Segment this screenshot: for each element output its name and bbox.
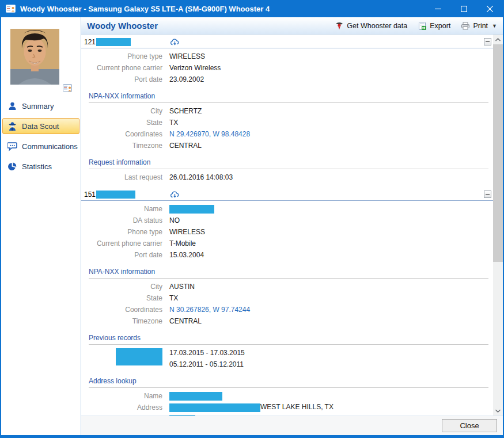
field-label: Current phone carrier — [81, 64, 162, 72]
field-row: Coordinates N 29.426970, W 98.48428 — [81, 128, 493, 140]
close-window-button[interactable] — [477, 0, 503, 17]
field-row: Port date 15.03.2004 — [81, 249, 493, 261]
close-button[interactable]: Close — [442, 419, 497, 432]
collapse-record-button[interactable] — [484, 191, 491, 198]
field-value-redacted: WEST LAKE HILLS, TX — [169, 403, 334, 412]
redaction-box — [169, 403, 260, 412]
redaction-box — [96, 38, 131, 46]
field-value-redacted — [169, 391, 222, 400]
toolbar: Get Whooster data Export — [335, 21, 497, 31]
field-value: 15.03.2004 — [169, 251, 204, 259]
panel-header: Woody Whooster Get Whooster data — [81, 17, 503, 35]
field-row: Coordinates N 30.267826, W 97.74244 — [81, 304, 493, 315]
app-window: Woody Whooster - Samsung Galaxy S5 LTE-A… — [0, 0, 504, 438]
field-row: Timezone CENTRAL — [81, 315, 493, 327]
field-label: Phone type — [81, 52, 162, 60]
export-button[interactable]: Export — [418, 21, 450, 31]
redaction-box — [169, 392, 222, 401]
coordinates-link[interactable]: N 29.426970, W 98.48428 — [169, 130, 250, 138]
section-header-npa-nxx: NPA-NXX information — [89, 268, 488, 279]
print-button[interactable]: Print ▼ — [461, 21, 497, 31]
section-header-npa-nxx: NPA-NXX information — [89, 92, 488, 103]
field-label — [81, 347, 162, 370]
whooster-icon — [335, 21, 344, 31]
field-value: CENTRAL — [169, 142, 202, 150]
field-value: CENTRAL — [169, 317, 202, 325]
section-header-request-info: Request information — [89, 158, 488, 169]
field-value: 26.01.2016 14:08:03 — [169, 173, 233, 181]
field-label: Name — [81, 392, 162, 400]
print-dropdown-caret[interactable]: ▼ — [492, 23, 497, 29]
coordinates-link[interactable]: N 30.267826, W 97.74244 — [169, 306, 250, 314]
sidebar-nav: Summary Data Scout — [1, 98, 81, 178]
export-icon — [418, 21, 427, 31]
field-label: City — [81, 283, 162, 291]
sidebar-item-label: Data Scout — [22, 122, 59, 131]
field-row: Timezone CENTRAL — [81, 140, 493, 151]
section-header-address-lookup: Address lookup — [89, 377, 488, 388]
speech-bubble-icon — [7, 142, 17, 151]
main-panel: Woody Whooster Get Whooster data — [81, 17, 503, 435]
vertical-scrollbar[interactable] — [493, 35, 503, 416]
collapse-record-button[interactable] — [484, 38, 491, 45]
print-label: Print — [473, 22, 488, 30]
maximize-icon — [461, 6, 467, 12]
printer-icon — [461, 21, 470, 31]
data-scout-content: 121 Phone type WIRELESS Cur — [81, 35, 493, 416]
field-value: T-Mobile — [169, 239, 196, 247]
previous-records-values: 17.03.2015 - 17.03.2015 05.12.2011 - 05.… — [162, 347, 245, 370]
field-value: AUSTIN — [169, 283, 195, 291]
field-value: 05.12.2011 - 05.12.2011 — [169, 360, 244, 368]
chevron-down-icon — [495, 409, 501, 413]
field-row: Phone type WIRELESS — [81, 226, 493, 238]
field-row: Zip code — [81, 413, 493, 416]
field-label: DA status — [81, 216, 162, 224]
field-label: Name — [81, 205, 162, 213]
record-header: 121 — [81, 36, 493, 48]
field-label: Port date — [81, 75, 162, 83]
record-header: 151 — [81, 189, 493, 201]
field-value: TX — [169, 119, 178, 127]
field-row: Current phone carrier Verizon Wireless — [81, 62, 493, 74]
field-label: State — [81, 294, 162, 302]
cloud-download-icon[interactable] — [170, 190, 180, 199]
phone-number-prefix: 121 — [84, 38, 96, 46]
maximize-button[interactable] — [451, 0, 477, 17]
sidebar-item-label: Communications — [22, 142, 78, 151]
previous-records-block: 17.03.2015 - 17.03.2015 05.12.2011 - 05.… — [81, 347, 493, 370]
field-row: Name — [81, 390, 493, 402]
field-label: Current phone carrier — [81, 239, 162, 247]
field-row: Port date 23.09.2002 — [81, 74, 493, 85]
phone-number-prefix: 151 — [84, 191, 96, 199]
field-row: City SCHERTZ — [81, 105, 493, 117]
minimize-icon — [435, 6, 441, 12]
minimize-button[interactable] — [425, 0, 451, 17]
redaction-box — [169, 415, 195, 416]
sidebar-item-label: Summary — [22, 102, 54, 111]
get-whooster-data-button[interactable]: Get Whooster data — [335, 21, 407, 31]
sidebar-item-communications[interactable]: Communications — [2, 138, 79, 154]
redaction-box — [169, 205, 214, 214]
field-row: City AUSTIN — [81, 281, 493, 292]
title-bar: Woody Whooster - Samsung Galaxy S5 LTE-A… — [1, 0, 503, 17]
field-row: Name — [81, 203, 493, 215]
get-whooster-data-label: Get Whooster data — [347, 22, 407, 30]
field-label: Coordinates — [81, 130, 162, 138]
sidebar-item-statistics[interactable]: Statistics — [2, 158, 79, 174]
field-value: SCHERTZ — [169, 107, 202, 115]
field-value: TX — [169, 294, 178, 302]
sidebar-item-summary[interactable]: Summary — [2, 98, 79, 114]
field-label: Phone type — [81, 228, 162, 236]
sidebar-item-data-scout[interactable]: Data Scout — [2, 118, 79, 134]
scroll-down-button[interactable] — [493, 406, 503, 416]
close-icon — [487, 6, 493, 12]
field-value-redacted — [169, 204, 214, 213]
chevron-up-icon — [495, 38, 501, 41]
scrollbar-thumb[interactable] — [493, 44, 503, 262]
field-label: State — [81, 119, 162, 127]
field-row: Last request 26.01.2016 14:08:03 — [81, 172, 493, 183]
field-row: State TX — [81, 117, 493, 128]
cloud-download-icon[interactable] — [170, 37, 180, 47]
scroll-up-button[interactable] — [493, 35, 503, 44]
field-value: WIRELESS — [169, 228, 205, 236]
